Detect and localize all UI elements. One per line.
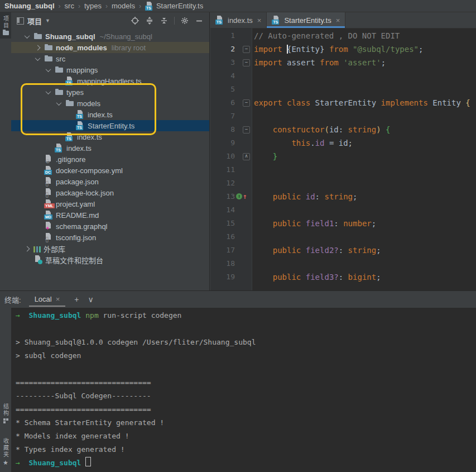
chevron-open-icon[interactable] [52, 102, 65, 106]
token: id [315, 139, 325, 147]
terminal-token: → [16, 459, 28, 467]
code-line-6[interactable]: 6−export class StarterEntity implements … [210, 96, 476, 109]
editor-tab-index.ts[interactable]: TSindex.ts× [210, 12, 267, 28]
locate-icon[interactable] [131, 16, 140, 25]
chevron-open-icon[interactable] [41, 68, 55, 72]
collapse-all-icon[interactable] [160, 16, 169, 25]
tree-item-StarterEntity.ts[interactable]: TSStarterEntity.ts [11, 120, 209, 131]
token: { [465, 98, 470, 107]
token: field2? [306, 246, 339, 255]
tree-item-README.md[interactable]: MDREADME.md [11, 209, 209, 221]
code-line-7[interactable]: 7 [210, 109, 476, 123]
tree-item-project.yaml[interactable]: YMLproject.yaml [11, 198, 209, 209]
tree-item-.gitignore[interactable]: ⊘.gitignore [11, 154, 209, 165]
code-line-9[interactable]: 9 this.id = id; [210, 136, 476, 150]
code-line-5[interactable]: 5 [210, 83, 476, 96]
tree-item-docker-compose.yml[interactable]: DCdocker-compose.yml [11, 165, 209, 176]
terminal-tab-label: Local [35, 295, 52, 303]
editor-tab-StarterEntity.ts[interactable]: TSStarterEntity.ts× [267, 12, 345, 28]
squares-icon [3, 418, 8, 423]
new-terminal-button[interactable]: + [74, 295, 79, 304]
code-line-12[interactable]: 12 [210, 177, 476, 190]
token: from [329, 45, 353, 54]
line-number: 15 [210, 217, 235, 230]
fold-minus-icon[interactable]: − [243, 126, 250, 134]
expand-all-icon[interactable] [145, 16, 154, 25]
chevron-closed-icon[interactable] [20, 247, 33, 251]
tree-item-index.ts[interactable]: TSindex.ts [11, 131, 209, 142]
terminal-output[interactable]: → Shuang_subql npm run-script codegen> S… [11, 307, 476, 472]
chevron-open-icon[interactable] [31, 57, 44, 61]
code-text: this.id = id; [252, 136, 353, 150]
line-number: 9 [210, 136, 235, 150]
tree-item-node_modules[interactable]: node_moduleslibrary root [11, 42, 209, 53]
tree-item-外部库[interactable]: 外部库 [11, 243, 209, 254]
close-icon[interactable]: × [257, 16, 262, 25]
tree-item-label: index.ts [88, 111, 113, 119]
breadcrumb-item-models[interactable]: models [112, 2, 135, 10]
chevron-closed-icon[interactable] [31, 46, 44, 50]
code-line-8[interactable]: 8− constructor(id: string) { [210, 123, 476, 136]
tree-item-package-lock.json[interactable]: {}package-lock.json [11, 187, 209, 198]
fold-minus-icon[interactable]: − [243, 59, 250, 66]
code-line-15[interactable]: 15 public field1: number; [210, 217, 476, 230]
folder-icon [55, 88, 64, 97]
tree-item-types[interactable]: types [11, 87, 209, 98]
tree-item-package.json[interactable]: {}package.json [11, 176, 209, 187]
code-line-3[interactable]: 3−import assert from 'assert'; [210, 56, 476, 69]
hide-icon[interactable] [195, 16, 204, 25]
chevron-down-icon[interactable]: ▼ [45, 18, 50, 23]
tree-item-models[interactable]: models [11, 98, 209, 109]
tree-item-Shuang_subql[interactable]: Shuang_subql~/Shuang_subql [11, 31, 209, 42]
terminal-tab-local[interactable]: Local × [29, 292, 66, 307]
folder-icon [3, 31, 9, 35]
settings-icon[interactable] [180, 16, 189, 25]
panel-title[interactable]: 项目 [27, 16, 42, 26]
tree-item-index.ts[interactable]: TSindex.ts [11, 142, 209, 154]
tree-item-index.ts[interactable]: TSindex.ts [11, 109, 209, 120]
code-line-13[interactable]: 13I↑ public id: string; [210, 190, 476, 203]
code-text [252, 109, 254, 123]
stripe-button-favorites[interactable]: 收藏夹★ [0, 435, 11, 469]
tree-item-mappings[interactable]: mappings [11, 64, 209, 75]
fold-minus-icon[interactable]: − [243, 46, 250, 53]
fold-up-icon[interactable]: ∧ [243, 153, 250, 160]
code-editor[interactable]: 1// Auto-generated , DO NOT EDIT2−import… [210, 28, 476, 290]
breadcrumb-file[interactable]: StarterEntity.ts [156, 2, 203, 10]
code-text: // Auto-generated , DO NOT EDIT [252, 29, 400, 42]
chevron-open-icon[interactable] [41, 90, 55, 94]
file-badge: TS [272, 20, 279, 25]
chevron-down-icon[interactable]: ∨ [88, 295, 93, 304]
code-line-17[interactable]: 17 public field2?: string; [210, 244, 476, 257]
tree-item-mappingHandlers.ts[interactable]: TSmappingHandlers.ts [11, 75, 209, 87]
close-icon[interactable]: × [336, 16, 340, 25]
close-icon[interactable]: × [56, 295, 60, 303]
code-line-11[interactable]: 11 [210, 163, 476, 177]
terminal-cursor[interactable] [85, 457, 91, 466]
gutter-marks [235, 177, 252, 190]
tree-item-schema.graphql[interactable]: ✶schema.graphql [11, 221, 209, 232]
stripe-button-project[interactable]: 项目 [0, 12, 11, 39]
file-badge: TS [55, 147, 62, 152]
code-line-19[interactable]: 19 public field3?: bigint; [210, 270, 476, 284]
code-line-2[interactable]: 2−import {Entity} from "@subql/types"; [210, 42, 476, 56]
tree-item-src[interactable]: src [11, 53, 209, 64]
breadcrumb-item-src[interactable]: src [65, 2, 74, 10]
fold-minus-icon[interactable]: − [243, 99, 250, 107]
json-file-icon: {} [44, 188, 53, 197]
code-line-10[interactable]: 10∧ } [210, 150, 476, 163]
implement-marker-icon[interactable]: I↑ [236, 193, 247, 200]
terminal-token: Shuang_subql [28, 459, 85, 467]
tree-item-label: models [77, 99, 100, 108]
chevron-open-icon[interactable] [20, 35, 33, 39]
code-line-16[interactable]: 16 [210, 230, 476, 244]
tree-item-tsconfig.json[interactable]: {}tsconfig.json [11, 232, 209, 243]
stripe-button-structure[interactable]: 结构 [0, 400, 11, 427]
code-line-4[interactable]: 4 [210, 69, 476, 83]
breadcrumb-root[interactable]: Shuang_subql [4, 2, 55, 10]
code-line-1[interactable]: 1// Auto-generated , DO NOT EDIT [210, 29, 476, 42]
tree-item-草稿文件和控制台[interactable]: 草稿文件和控制台 [11, 254, 209, 265]
breadcrumb-item-types[interactable]: types [84, 2, 102, 10]
code-line-18[interactable]: 18 [210, 257, 476, 270]
code-line-14[interactable]: 14 [210, 203, 476, 217]
